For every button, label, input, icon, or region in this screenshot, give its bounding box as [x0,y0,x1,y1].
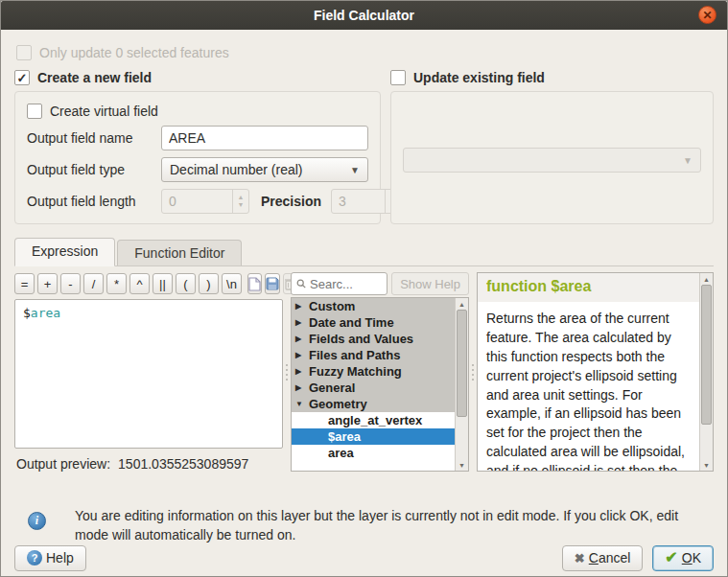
function-help-panel: function $area Returns the area of the c… [477,272,714,472]
splitter-handle[interactable] [283,272,291,472]
triangle-right-icon[interactable]: ▶ [295,335,309,343]
output-field-length-value: 0 [162,190,232,213]
output-field-length-label: Output field length [27,194,161,209]
operator-button[interactable]: ) [199,273,219,294]
output-field-name-label: Output field name [27,130,161,146]
triangle-right-icon[interactable]: ▶ [295,383,309,392]
window-title: Field Calculator [314,8,414,23]
tab-function-editor[interactable]: Function Editor [117,240,242,265]
new-expression-button[interactable] [247,273,262,294]
check-icon: ✔ [665,550,677,565]
function-tree-item[interactable]: area [292,445,455,461]
output-field-type-select[interactable]: Decimal number (real) ▼ [161,157,368,182]
function-tree-label: Custom [309,299,355,313]
function-tree-scrollbar[interactable]: ▲ ▼ [455,298,468,471]
operator-button[interactable]: - [60,273,81,294]
help-function-description: Returns the area of the current feature.… [478,302,699,471]
scrollbar-thumb[interactable] [457,310,467,417]
triangle-right-icon[interactable]: ▶ [295,367,309,376]
update-existing-field-group: ▼ [390,91,714,224]
operator-button[interactable]: ^ [129,273,150,294]
field-calculator-dialog: Field Calculator ✕ Only update 0 selecte… [0,0,728,577]
operator-button[interactable]: + [37,273,58,294]
scrollbar-track [456,310,468,459]
function-tree-label: angle_at_vertex [328,413,422,427]
tab-bar: Expression Function Editor [14,238,714,266]
create-new-field-group: Create virtual field Output field name O… [14,91,381,224]
function-tree-label: Fuzzy Matching [309,364,402,379]
triangle-right-icon[interactable]: ▶ [295,351,309,359]
spinner-arrows-icon: ▲▼ [232,190,248,213]
output-field-type-label: Output field type [27,162,161,177]
checkbox-icon [16,45,32,60]
tab-expression[interactable]: Expression [14,238,115,266]
output-field-name-input[interactable] [161,126,368,150]
info-icon: i [28,512,46,530]
create-virtual-field-checkbox[interactable]: Create virtual field [27,104,368,119]
function-tree-group[interactable]: ▼Geometry [292,396,455,412]
function-tree-item[interactable]: angle_at_vertex [292,412,455,428]
triangle-down-icon[interactable]: ▼ [295,400,309,408]
close-button[interactable]: ✕ [698,6,716,24]
checkbox-icon [390,70,406,85]
help-button[interactable]: ? Help [14,545,86,571]
output-preview-value: 1501.0355253089597 [118,456,248,472]
operator-toolbar: =+-/*^||()\n [14,272,283,295]
cancel-button[interactable]: ✖ Cancel [562,545,644,571]
output-field-length-spinner: 0 ▲▼ [161,189,249,214]
help-scrollbar[interactable]: ▲ ▼ [699,273,713,471]
function-tree-label: Geometry [309,397,367,411]
help-function-title: function $area [478,273,699,302]
cancel-button-label: Cancel [589,550,631,565]
operator-buttons: =+-/*^||()\n [14,273,242,294]
create-new-field-checkbox[interactable]: ✓ Create a new field [14,70,381,85]
function-search-row: Show Help [291,272,469,295]
splitter-handle[interactable] [469,272,477,472]
operator-button[interactable]: ( [176,273,196,294]
help-button-label: Help [46,550,74,565]
function-tree-item[interactable]: $area [292,428,455,445]
function-tree-group[interactable]: ▶General [292,380,455,396]
ok-button-label: OK [682,550,701,565]
function-search-box[interactable] [291,272,387,295]
create-new-field-label: Create a new field [37,70,152,85]
operator-button[interactable]: = [14,273,35,294]
existing-field-select: ▼ [403,148,701,173]
update-existing-field-checkbox[interactable]: Update existing field [390,70,714,85]
function-tree-group[interactable]: ▶Fields and Values [292,331,455,347]
function-tree-group[interactable]: ▶Custom [292,298,455,314]
scroll-down-icon[interactable]: ▼ [456,459,468,471]
scrollbar-track [700,285,713,459]
triangle-right-icon[interactable]: ▶ [295,318,309,327]
scroll-up-icon[interactable]: ▲ [700,273,713,285]
top-columns: ✓ Create a new field Create virtual fiel… [14,70,714,224]
help-column: function $area Returns the area of the c… [477,272,714,472]
chevron-down-icon: ▼ [350,165,360,175]
update-existing-field-label: Update existing field [413,70,545,85]
triangle-right-icon[interactable]: ▶ [295,302,309,311]
operator-button[interactable]: || [153,273,173,294]
new-file-icon [248,277,261,291]
save-expression-button[interactable] [265,273,280,294]
output-preview: Output preview: 1501.0355253089597 [14,449,283,472]
expression-variable-name: area [31,306,60,320]
dialog-body: Only update 0 selected features ✓ Create… [1,30,727,576]
chevron-down-icon: ▼ [683,155,693,166]
scroll-down-icon[interactable]: ▼ [700,459,713,471]
function-tree-group[interactable]: ▶Files and Paths [292,347,455,363]
search-input[interactable] [310,277,382,291]
function-tree-group[interactable]: ▶Date and Time [292,314,455,331]
operator-button[interactable]: \n [222,273,242,294]
output-preview-label: Output preview: [16,456,110,472]
tab-function-editor-label: Function Editor [134,245,224,261]
function-tree-group[interactable]: ▶Fuzzy Matching [292,363,455,380]
operator-button[interactable]: * [106,273,127,294]
operator-button[interactable]: / [83,273,104,294]
scroll-up-icon[interactable]: ▲ [456,298,468,310]
titlebar: Field Calculator ✕ [1,1,727,30]
precision-value: 3 [332,190,385,213]
expression-editor[interactable]: $area [14,299,283,449]
ok-button[interactable]: ✔ OK [652,545,714,571]
function-tree-panel: ▶Custom▶Date and Time▶Fields and Values▶… [291,297,469,472]
scrollbar-thumb[interactable] [701,285,712,425]
